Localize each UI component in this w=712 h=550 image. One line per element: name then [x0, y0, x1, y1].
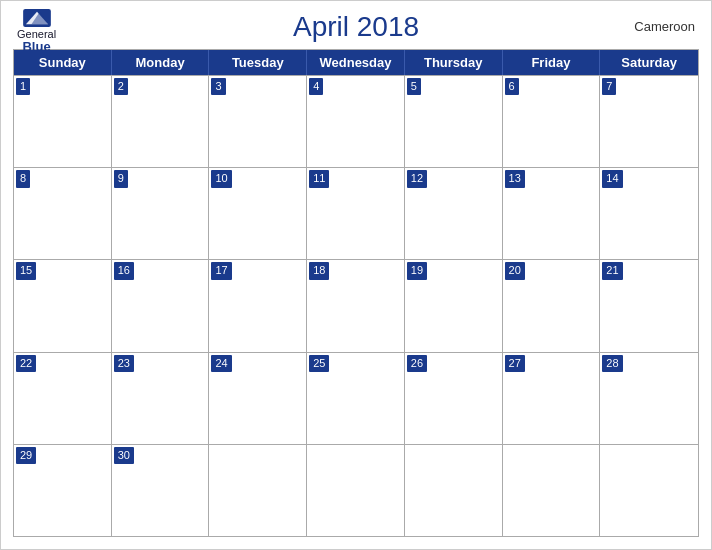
day-number: 9 — [114, 170, 128, 187]
calendar-cell-18: 18 — [307, 260, 405, 351]
calendar-cell-4: 4 — [307, 76, 405, 167]
day-number: 22 — [16, 355, 36, 372]
logo-blue-text: Blue — [22, 40, 50, 54]
day-number: 7 — [602, 78, 616, 95]
day-number: 27 — [505, 355, 525, 372]
calendar-cell-17: 17 — [209, 260, 307, 351]
day-number: 18 — [309, 262, 329, 279]
calendar-cell-empty — [307, 445, 405, 536]
calendar-cell-empty — [405, 445, 503, 536]
country-label: Cameroon — [634, 19, 695, 34]
day-number: 17 — [211, 262, 231, 279]
page-title: April 2018 — [293, 11, 419, 43]
calendar-header-cell-thursday: Thursday — [405, 50, 503, 75]
calendar-week-3: 15161718192021 — [14, 259, 698, 351]
day-number: 16 — [114, 262, 134, 279]
calendar-cell-7: 7 — [600, 76, 698, 167]
calendar-cell-12: 12 — [405, 168, 503, 259]
calendar-week-2: 891011121314 — [14, 167, 698, 259]
calendar-body: 1234567891011121314151617181920212223242… — [14, 75, 698, 536]
calendar-cell-14: 14 — [600, 168, 698, 259]
calendar-cell-29: 29 — [14, 445, 112, 536]
day-number: 5 — [407, 78, 421, 95]
day-number: 23 — [114, 355, 134, 372]
calendar-header-cell-friday: Friday — [503, 50, 601, 75]
calendar-cell-3: 3 — [209, 76, 307, 167]
day-number: 4 — [309, 78, 323, 95]
day-number: 11 — [309, 170, 329, 187]
calendar-cell-6: 6 — [503, 76, 601, 167]
calendar-header-row: SundayMondayTuesdayWednesdayThursdayFrid… — [14, 50, 698, 75]
day-number: 2 — [114, 78, 128, 95]
calendar-cell-21: 21 — [600, 260, 698, 351]
day-number: 21 — [602, 262, 622, 279]
calendar-week-1: 1234567 — [14, 75, 698, 167]
calendar-cell-13: 13 — [503, 168, 601, 259]
day-number: 1 — [16, 78, 30, 95]
day-number: 25 — [309, 355, 329, 372]
calendar-cell-23: 23 — [112, 353, 210, 444]
day-number: 19 — [407, 262, 427, 279]
calendar-cell-empty — [600, 445, 698, 536]
day-number: 24 — [211, 355, 231, 372]
calendar: SundayMondayTuesdayWednesdayThursdayFrid… — [13, 49, 699, 537]
calendar-cell-27: 27 — [503, 353, 601, 444]
calendar-cell-5: 5 — [405, 76, 503, 167]
day-number: 29 — [16, 447, 36, 464]
calendar-cell-8: 8 — [14, 168, 112, 259]
calendar-week-5: 2930 — [14, 444, 698, 536]
calendar-cell-9: 9 — [112, 168, 210, 259]
calendar-cell-10: 10 — [209, 168, 307, 259]
day-number: 3 — [211, 78, 225, 95]
calendar-week-4: 22232425262728 — [14, 352, 698, 444]
calendar-cell-22: 22 — [14, 353, 112, 444]
calendar-cell-26: 26 — [405, 353, 503, 444]
day-number: 12 — [407, 170, 427, 187]
calendar-cell-20: 20 — [503, 260, 601, 351]
calendar-cell-empty — [503, 445, 601, 536]
calendar-cell-25: 25 — [307, 353, 405, 444]
calendar-cell-empty — [209, 445, 307, 536]
calendar-header-cell-tuesday: Tuesday — [209, 50, 307, 75]
day-number: 28 — [602, 355, 622, 372]
day-number: 8 — [16, 170, 30, 187]
calendar-cell-11: 11 — [307, 168, 405, 259]
calendar-cell-1: 1 — [14, 76, 112, 167]
day-number: 26 — [407, 355, 427, 372]
day-number: 10 — [211, 170, 231, 187]
logo-icon — [23, 9, 51, 27]
calendar-header-cell-monday: Monday — [112, 50, 210, 75]
day-number: 13 — [505, 170, 525, 187]
day-number: 15 — [16, 262, 36, 279]
calendar-cell-28: 28 — [600, 353, 698, 444]
calendar-cell-16: 16 — [112, 260, 210, 351]
day-number: 20 — [505, 262, 525, 279]
calendar-cell-2: 2 — [112, 76, 210, 167]
logo: General Blue — [17, 9, 56, 54]
calendar-header-cell-wednesday: Wednesday — [307, 50, 405, 75]
day-number: 6 — [505, 78, 519, 95]
day-number: 14 — [602, 170, 622, 187]
calendar-cell-24: 24 — [209, 353, 307, 444]
calendar-cell-19: 19 — [405, 260, 503, 351]
day-number: 30 — [114, 447, 134, 464]
calendar-header-cell-saturday: Saturday — [600, 50, 698, 75]
calendar-cell-30: 30 — [112, 445, 210, 536]
calendar-page: General Blue April 2018 Cameroon SundayM… — [0, 0, 712, 550]
calendar-cell-15: 15 — [14, 260, 112, 351]
page-header: General Blue April 2018 Cameroon — [1, 1, 711, 49]
